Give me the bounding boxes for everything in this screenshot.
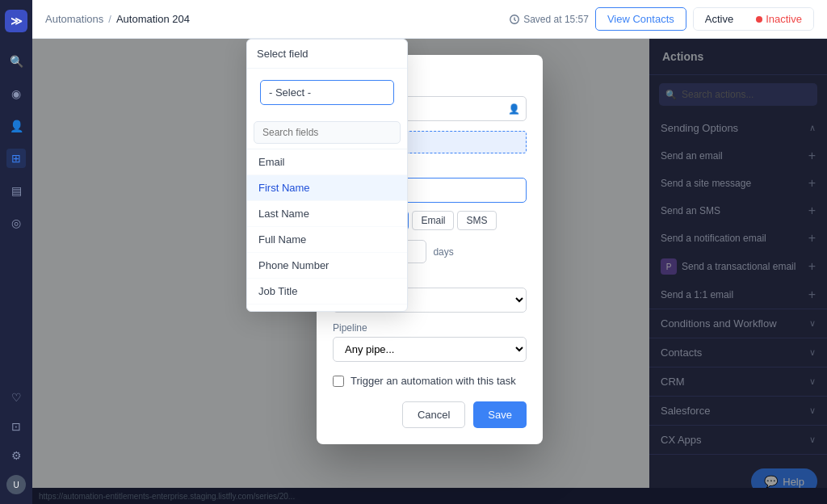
inactive-label: Inactive xyxy=(766,13,802,25)
dropdown-search-wrap xyxy=(247,116,407,149)
location-icon[interactable]: ◉ xyxy=(6,84,26,103)
modal-actions: Cancel Save xyxy=(333,401,527,428)
dropdown-select-input[interactable]: - Select - xyxy=(260,80,394,105)
heart-icon[interactable]: ♡ xyxy=(6,388,26,407)
status-active-button[interactable]: Active xyxy=(694,8,745,30)
view-contacts-button[interactable]: View Contacts xyxy=(595,7,686,31)
dropdown-item-fullname[interactable]: Full Name xyxy=(247,227,407,253)
dropdown-list: Email First Name Last Name Full Name Pho… xyxy=(247,149,407,311)
pipeline-select[interactable]: Any pipe... xyxy=(333,337,527,362)
sidebar: ≫ 🔍 ◉ 👤 ⊞ ▤ ◎ ♡ ⊡ ⚙ U xyxy=(0,0,32,504)
chart-icon[interactable]: ▤ xyxy=(6,181,26,200)
circle-icon[interactable]: ◎ xyxy=(6,213,26,233)
dropdown-item-deal-title[interactable]: Deal: Title xyxy=(247,304,407,311)
grid-icon[interactable]: ⊞ xyxy=(6,149,26,168)
due-after-unit: days xyxy=(433,246,453,258)
status-group: Active Inactive xyxy=(693,7,814,31)
status-inactive-button[interactable]: Inactive xyxy=(745,8,813,30)
avatar[interactable]: U xyxy=(6,475,26,494)
save-button[interactable]: Save xyxy=(473,401,527,428)
breadcrumb-separator: / xyxy=(108,13,111,25)
pipeline-label: Pipeline xyxy=(333,322,527,334)
dropdown-header: Select field xyxy=(247,40,407,69)
inactive-dot xyxy=(756,16,762,23)
person-icon: 👤 xyxy=(508,103,520,115)
dropdown-select-wrap: - Select - xyxy=(247,69,407,116)
gear-icon[interactable]: ⚙ xyxy=(6,446,26,465)
cancel-button[interactable]: Cancel xyxy=(402,401,465,428)
modal-overlay[interactable]: Task Title 👤 Task de: Select field xyxy=(32,39,827,504)
grid-small-icon[interactable]: ⊡ xyxy=(6,417,26,436)
breadcrumb: Automations / Automation 204 xyxy=(45,13,190,25)
dropdown-item-email[interactable]: Email xyxy=(247,149,407,175)
breadcrumb-current: Automation 204 xyxy=(116,13,190,25)
main-area: Automations / Automation 204 Saved at 15… xyxy=(32,0,827,504)
dropdown-item-phone[interactable]: Phone Number xyxy=(247,253,407,279)
checkbox-row: Trigger an automation with this task xyxy=(333,375,527,387)
dropdown-item-lastname[interactable]: Last Name xyxy=(247,201,407,227)
sidebar-logo[interactable]: ≫ xyxy=(5,10,27,32)
user-icon[interactable]: 👤 xyxy=(6,116,26,136)
trigger-checkbox[interactable] xyxy=(333,376,344,387)
checkbox-label: Trigger an automation with this task xyxy=(351,375,516,387)
saved-indicator: Saved at 15:57 xyxy=(509,14,589,25)
task-type-email[interactable]: Email xyxy=(412,211,454,230)
dropdown-item-jobtitle[interactable]: Job Title xyxy=(247,279,407,304)
search-icon[interactable]: 🔍 xyxy=(6,52,26,71)
content-area: Task Title 👤 Task de: Select field xyxy=(32,39,827,504)
saved-text: Saved at 15:57 xyxy=(523,14,589,25)
breadcrumb-parent[interactable]: Automations xyxy=(45,13,103,25)
dropdown-item-firstname[interactable]: First Name xyxy=(247,175,407,201)
dropdown-search-input[interactable] xyxy=(254,121,401,144)
task-type-sms[interactable]: SMS xyxy=(457,211,496,230)
topbar: Automations / Automation 204 Saved at 15… xyxy=(32,0,827,39)
dropdown-popup: Select field - Select - Email First Name… xyxy=(246,39,408,312)
pipeline-row: Pipeline Any pipe... xyxy=(333,322,527,362)
